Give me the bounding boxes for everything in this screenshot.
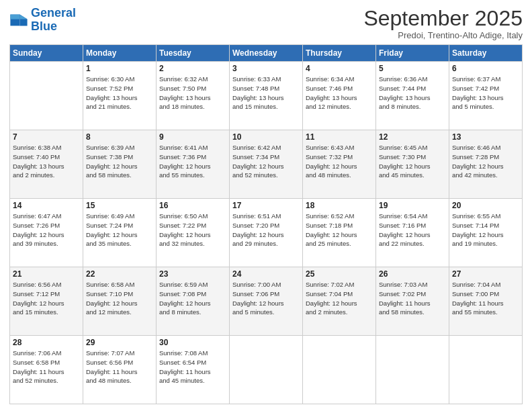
day-info-line: Sunset: 7:04 PM	[306, 289, 373, 299]
day-info-line: Daylight: 12 hours	[159, 299, 226, 308]
day-info: Sunrise: 6:37 AMSunset: 7:42 PMDaylight:…	[452, 75, 519, 111]
day-info-line: Sunrise: 6:54 AM	[379, 212, 446, 221]
day-number: 4	[306, 64, 373, 73]
day-info: Sunrise: 6:56 AMSunset: 7:12 PMDaylight:…	[13, 280, 80, 317]
day-number: 3	[232, 64, 300, 73]
day-info-line: Sunrise: 7:03 AM	[379, 280, 446, 289]
day-info: Sunrise: 6:55 AMSunset: 7:14 PMDaylight:…	[452, 212, 519, 248]
day-info-line: Sunset: 7:10 PM	[86, 289, 153, 299]
day-info: Sunrise: 7:03 AMSunset: 7:02 PMDaylight:…	[379, 280, 446, 317]
day-info: Sunrise: 7:07 AMSunset: 6:56 PMDaylight:…	[86, 349, 153, 385]
day-info-line: Sunrise: 6:59 AM	[159, 280, 226, 289]
day-info-line: Daylight: 12 hours	[86, 299, 153, 308]
day-number: 21	[13, 269, 80, 279]
day-info: Sunrise: 6:49 AMSunset: 7:24 PMDaylight:…	[86, 212, 153, 248]
day-info: Sunrise: 6:42 AMSunset: 7:34 PMDaylight:…	[232, 143, 300, 180]
calendar-cell-w4-d4: 24Sunrise: 7:00 AMSunset: 7:06 PMDayligh…	[230, 267, 303, 336]
day-info: Sunrise: 6:54 AMSunset: 7:16 PMDaylight:…	[379, 212, 446, 248]
day-info-line: Sunset: 7:40 PM	[13, 152, 80, 162]
logo-blue: Blue	[31, 19, 57, 33]
day-info-line: Daylight: 12 hours	[232, 299, 300, 308]
day-info-line: Sunrise: 7:00 AM	[232, 280, 300, 289]
day-info-line: Daylight: 12 hours	[13, 299, 80, 308]
calendar-cell-w3-d7: 20Sunrise: 6:55 AMSunset: 7:14 PMDayligh…	[449, 199, 523, 267]
day-info-line: Sunset: 7:12 PM	[13, 289, 80, 299]
calendar-cell-w5-d1: 28Sunrise: 7:06 AMSunset: 6:58 PMDayligh…	[10, 336, 83, 404]
calendar-cell-w3-d2: 15Sunrise: 6:49 AMSunset: 7:24 PMDayligh…	[83, 199, 157, 267]
day-info-line: Daylight: 12 hours	[379, 230, 446, 240]
day-info: Sunrise: 6:33 AMSunset: 7:48 PMDaylight:…	[232, 75, 300, 111]
calendar-cell-w1-d3: 2Sunrise: 6:32 AMSunset: 7:50 PMDaylight…	[157, 62, 230, 130]
day-info: Sunrise: 7:06 AMSunset: 6:58 PMDaylight:…	[13, 349, 80, 385]
day-info-line: and 12 minutes.	[86, 308, 153, 317]
day-number: 10	[232, 132, 300, 142]
header-wednesday: Wednesday	[230, 45, 303, 62]
calendar-cell-w4-d5: 25Sunrise: 7:02 AMSunset: 7:04 PMDayligh…	[303, 267, 376, 336]
day-info-line: Sunrise: 7:04 AM	[452, 280, 519, 289]
day-info-line: Sunrise: 6:42 AM	[232, 143, 300, 152]
calendar-cell-w1-d6: 5Sunrise: 6:36 AMSunset: 7:44 PMDaylight…	[376, 62, 449, 130]
calendar-cell-w5-d7	[449, 336, 523, 404]
day-info-line: and 52 minutes.	[232, 171, 300, 180]
day-info-line: Daylight: 12 hours	[232, 230, 300, 240]
calendar-cell-w2-d7: 13Sunrise: 6:46 AMSunset: 7:28 PMDayligh…	[449, 130, 523, 199]
day-info: Sunrise: 7:00 AMSunset: 7:06 PMDaylight:…	[232, 280, 300, 317]
day-info-line: Sunset: 7:14 PM	[452, 221, 519, 230]
day-info-line: and 22 minutes.	[379, 239, 446, 248]
day-info-line: Sunset: 7:48 PM	[232, 84, 300, 93]
week-row-4: 21Sunrise: 6:56 AMSunset: 7:12 PMDayligh…	[10, 267, 523, 336]
calendar-cell-w5-d4	[230, 336, 303, 404]
day-number: 1	[86, 64, 153, 73]
day-info-line: Daylight: 12 hours	[379, 162, 446, 171]
calendar-cell-w2-d2: 8Sunrise: 6:39 AMSunset: 7:38 PMDaylight…	[83, 130, 157, 199]
day-info: Sunrise: 6:32 AMSunset: 7:50 PMDaylight:…	[159, 75, 226, 111]
header-sunday: Sunday	[10, 45, 83, 62]
day-info-line: Sunset: 7:18 PM	[306, 221, 373, 230]
day-info-line: Sunrise: 6:50 AM	[159, 212, 226, 221]
day-info-line: Sunrise: 6:45 AM	[379, 143, 446, 152]
day-info: Sunrise: 6:58 AMSunset: 7:10 PMDaylight:…	[86, 280, 153, 317]
day-info-line: and 18 minutes.	[159, 102, 226, 111]
logo-icon	[9, 11, 28, 30]
calendar-cell-w4-d7: 27Sunrise: 7:04 AMSunset: 7:00 PMDayligh…	[449, 267, 523, 336]
week-row-1: 1Sunrise: 6:30 AMSunset: 7:52 PMDaylight…	[10, 62, 523, 130]
day-info-line: and 45 minutes.	[159, 376, 226, 385]
day-info: Sunrise: 6:46 AMSunset: 7:28 PMDaylight:…	[452, 143, 519, 180]
day-info-line: and 48 minutes.	[306, 171, 373, 180]
day-info-line: Sunset: 6:58 PM	[13, 358, 80, 367]
day-info-line: Sunset: 7:20 PM	[232, 221, 300, 230]
day-number: 20	[452, 201, 519, 210]
day-info-line: Sunset: 7:06 PM	[232, 289, 300, 299]
calendar-cell-w3-d4: 17Sunrise: 6:51 AMSunset: 7:20 PMDayligh…	[230, 199, 303, 267]
svg-rect-4	[10, 14, 19, 19]
day-number: 28	[13, 338, 80, 347]
day-number: 12	[379, 132, 446, 142]
day-info-line: Sunset: 7:50 PM	[159, 84, 226, 93]
day-number: 29	[86, 338, 153, 347]
calendar-cell-w1-d7: 6Sunrise: 6:37 AMSunset: 7:42 PMDaylight…	[449, 62, 523, 130]
calendar-cell-w4-d1: 21Sunrise: 6:56 AMSunset: 7:12 PMDayligh…	[10, 267, 83, 336]
day-number: 19	[379, 201, 446, 210]
day-info-line: Daylight: 12 hours	[452, 162, 519, 171]
day-info-line: Sunrise: 6:38 AM	[13, 143, 80, 152]
day-info-line: Sunset: 7:24 PM	[86, 221, 153, 230]
day-info-line: and 39 minutes.	[13, 239, 80, 248]
day-info-line: and 2 minutes.	[306, 308, 373, 317]
calendar-cell-w3-d6: 19Sunrise: 6:54 AMSunset: 7:16 PMDayligh…	[376, 199, 449, 267]
week-row-2: 7Sunrise: 6:38 AMSunset: 7:40 PMDaylight…	[10, 130, 523, 199]
calendar-cell-w2-d5: 11Sunrise: 6:43 AMSunset: 7:32 PMDayligh…	[303, 130, 376, 199]
month-title: September 2025	[363, 7, 523, 30]
day-info-line: Sunset: 7:28 PM	[452, 152, 519, 162]
day-info-line: Daylight: 12 hours	[306, 162, 373, 171]
day-info-line: Sunrise: 6:39 AM	[86, 143, 153, 152]
day-number: 27	[452, 269, 519, 279]
day-info-line: Daylight: 11 hours	[86, 367, 153, 377]
calendar-cell-w4-d3: 23Sunrise: 6:59 AMSunset: 7:08 PMDayligh…	[157, 267, 230, 336]
days-header-row: Sunday Monday Tuesday Wednesday Thursday…	[10, 45, 523, 62]
calendar-cell-w3-d3: 16Sunrise: 6:50 AMSunset: 7:22 PMDayligh…	[157, 199, 230, 267]
day-info-line: and 48 minutes.	[86, 376, 153, 385]
day-info-line: and 35 minutes.	[86, 239, 153, 248]
day-info-line: Daylight: 13 hours	[13, 162, 80, 171]
header-monday: Monday	[83, 45, 157, 62]
calendar-cell-w5-d5	[303, 336, 376, 404]
